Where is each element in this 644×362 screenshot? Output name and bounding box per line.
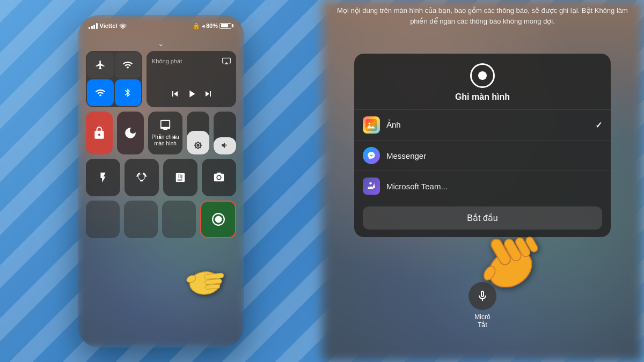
media-tile: Không phát xyxy=(147,51,236,107)
left-panel: Viettel 🔒 ◂ 80% xyxy=(0,0,322,362)
menu-item-anh[interactable]: Ảnh ✓ xyxy=(354,110,611,141)
description-text: Mọi nội dung trên màn hình của bạn, bao … xyxy=(333,5,632,26)
menu-item-teams[interactable]: Microsoft Team... xyxy=(354,171,611,201)
connectivity-tile xyxy=(86,51,142,107)
menu-item-messenger[interactable]: Messenger xyxy=(354,141,611,171)
hand-pointer-left xyxy=(182,260,231,305)
timer-button[interactable] xyxy=(125,159,159,196)
anh-checkmark: ✓ xyxy=(595,120,602,130)
wifi-button[interactable] xyxy=(87,79,114,106)
menu-header: Ghi màn hình xyxy=(354,54,611,110)
anh-app-icon xyxy=(363,116,380,134)
svg-point-11 xyxy=(366,150,377,161)
volume-slider[interactable] xyxy=(214,112,236,154)
brightness-icon xyxy=(194,141,202,151)
teams-app-icon xyxy=(363,178,380,195)
camera-button[interactable] xyxy=(202,159,236,196)
airplay-icon[interactable] xyxy=(222,56,231,67)
svg-rect-8 xyxy=(205,284,220,289)
cellular-data-button[interactable] xyxy=(115,52,142,79)
lock-rotate-icon: 🔒 xyxy=(193,23,200,29)
media-controls xyxy=(152,88,231,102)
extra-button-1[interactable] xyxy=(86,201,120,238)
battery-status: 🔒 ◂ 80% xyxy=(193,23,233,29)
brightness-slider[interactable] xyxy=(187,112,209,154)
extra-row xyxy=(86,201,236,238)
utilities-row xyxy=(86,159,236,196)
teams-label: Microsoft Team... xyxy=(386,182,602,191)
screen-mirror-label: Phản chiếu màn hình xyxy=(152,134,179,147)
hand-pointer-right xyxy=(472,223,552,298)
extra-button-2[interactable] xyxy=(124,201,158,238)
svg-point-3 xyxy=(215,216,222,223)
screen-mirror-button[interactable]: Phản chiếu màn hình xyxy=(148,112,182,154)
svg-point-10 xyxy=(369,122,371,124)
chevron-down-icon[interactable]: ⌄ xyxy=(86,39,236,48)
carrier-signal: Viettel xyxy=(89,23,127,29)
orientation-lock-button[interactable] xyxy=(86,112,113,154)
second-row: Phản chiếu màn hình xyxy=(86,112,236,154)
menu-title: Ghi màn hình xyxy=(455,92,510,102)
calculator-button[interactable] xyxy=(163,159,197,196)
location-icon: ◂ xyxy=(202,23,204,29)
signal-bars-icon xyxy=(89,23,98,29)
right-panel: Mọi nội dung trên màn hình của bạn, bao … xyxy=(322,0,643,362)
wifi-status-icon xyxy=(119,23,127,29)
next-button[interactable] xyxy=(203,88,214,101)
do-not-disturb-button[interactable] xyxy=(117,112,144,154)
flashlight-button[interactable] xyxy=(86,159,120,196)
svg-point-1 xyxy=(217,176,221,179)
prev-button[interactable] xyxy=(170,88,180,101)
microphone-label: Micrô Tắt xyxy=(474,313,490,330)
anh-label: Ảnh xyxy=(386,120,589,130)
screen-record-button[interactable] xyxy=(200,201,236,238)
media-header: Không phát xyxy=(152,56,231,67)
top-row: Không phát xyxy=(86,51,236,107)
carrier-label: Viettel xyxy=(100,23,118,29)
record-inner-dot xyxy=(478,71,487,80)
volume-icon xyxy=(221,141,229,151)
messenger-app-icon xyxy=(363,147,380,164)
main-layout: Viettel 🔒 ◂ 80% xyxy=(0,0,644,362)
svg-point-0 xyxy=(122,28,123,29)
screen-record-menu: Ghi màn hình xyxy=(354,54,611,237)
now-playing-label: Không phát xyxy=(152,58,182,64)
status-bar: Viettel 🔒 ◂ 80% xyxy=(89,23,233,29)
extra-button-3[interactable] xyxy=(162,201,196,238)
phone-screen: Viettel 🔒 ◂ 80% xyxy=(78,15,244,348)
record-circle-icon xyxy=(470,63,495,88)
messenger-label: Messenger xyxy=(386,151,602,160)
svg-rect-9 xyxy=(365,119,377,131)
airplane-mode-button[interactable] xyxy=(87,52,114,79)
bluetooth-button[interactable] xyxy=(115,79,142,106)
play-button[interactable] xyxy=(186,88,197,102)
battery-percent-label: 80% xyxy=(206,23,218,29)
battery-icon xyxy=(219,23,233,29)
